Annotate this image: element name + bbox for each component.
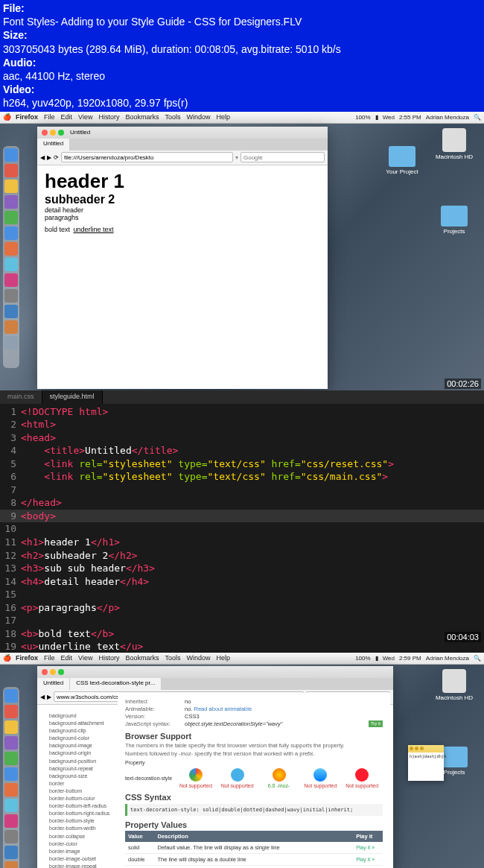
page-h1: header 1 xyxy=(45,170,320,193)
dock[interactable] xyxy=(3,687,19,869)
stickies-window[interactable]: hjashjdashjdhjk xyxy=(408,745,444,781)
file-info-header: File: Font Styles- Adding to your Style … xyxy=(0,0,484,112)
browser-tab-css[interactable]: CSS text-decoration-style pr... xyxy=(70,678,162,690)
search-icon[interactable]: 🔍 xyxy=(474,114,481,121)
close-button[interactable] xyxy=(42,130,48,136)
window-title: Untitled xyxy=(70,129,90,136)
sidebar-item[interactable]: border-bottom-left-radius xyxy=(49,802,110,810)
animatable-link[interactable]: Read about animatable xyxy=(194,706,252,712)
minimize-button[interactable] xyxy=(50,130,56,136)
sidebar-item[interactable]: background-color xyxy=(49,735,110,742)
timestamp: 00:02:26 xyxy=(445,378,481,389)
browser-support-heading: Browser Support xyxy=(125,732,383,741)
cssref-sidebar[interactable]: backgroundbackground-attachmentbackgroun… xyxy=(46,709,113,869)
css-syntax-heading: CSS Syntax xyxy=(125,793,383,802)
sidebar-item[interactable]: border-bottom-color xyxy=(49,795,110,802)
tryit-button[interactable]: Try it xyxy=(369,720,383,727)
screenshot-1: 🍎 Firefox File Edit View History Bookmar… xyxy=(0,112,484,390)
timestamp: 00:04:03 xyxy=(445,632,481,642)
sidebar-item[interactable]: border-color xyxy=(49,840,110,847)
table-row: solidDefault value. The line will displa… xyxy=(125,842,383,854)
editor-tab-styleguide[interactable]: styleguide.html xyxy=(42,390,103,404)
forward-button[interactable]: ▶ xyxy=(47,154,51,161)
search-icon[interactable]: 🔍 xyxy=(474,655,481,662)
sidebar-item[interactable]: border-image xyxy=(49,847,110,855)
sidebar-item[interactable]: border-image-repeat xyxy=(49,862,110,868)
battery-icon: ▮ xyxy=(375,655,378,662)
macos-menubar: 🍎 Firefox File Edit View History Bookmar… xyxy=(0,112,484,124)
ie-icon xyxy=(231,768,244,782)
url-bar[interactable] xyxy=(61,152,233,162)
desktop-hd[interactable]: Macintosh HD xyxy=(432,128,477,160)
property-values-table: ValueDescriptionPlay it solidDefault val… xyxy=(125,831,383,869)
apple-icon[interactable]: 🍎 xyxy=(3,113,11,121)
sidebar-item[interactable]: border-bottom-right-radius xyxy=(49,810,110,817)
sidebar-item[interactable]: border-bottom xyxy=(49,787,110,794)
firefox-icon xyxy=(273,768,286,782)
safari-icon xyxy=(313,768,327,782)
sidebar-item[interactable]: background-origin xyxy=(49,750,110,757)
sidebar-item[interactable]: background-image xyxy=(49,742,110,750)
reload-button[interactable]: ⟳ xyxy=(54,154,59,161)
browser-tab-untitled[interactable]: Untitled xyxy=(37,678,70,690)
dock[interactable] xyxy=(3,146,19,368)
sidebar-item[interactable]: background-size xyxy=(49,772,110,779)
firefox-window: Untitled Untitled ◀ ▶ ⟳ ▾ header 1 subhe… xyxy=(37,127,328,389)
page-h2: subheader 2 xyxy=(45,193,320,206)
table-row: doubleThe line will display as a double … xyxy=(125,853,383,865)
sidebar-item[interactable]: border-collapse xyxy=(49,832,110,840)
desktop-folder-projects[interactable]: Projects xyxy=(432,206,477,235)
doc-main: Inherited:no Animatable:no. Read about a… xyxy=(118,693,390,869)
back-button[interactable]: ◀ xyxy=(40,694,45,700)
browser-tab[interactable]: Untitled xyxy=(37,139,70,151)
battery-pct: 100% xyxy=(355,114,370,121)
desktop-hd[interactable]: Macintosh HD xyxy=(432,669,477,701)
sidebar-item[interactable]: background xyxy=(49,712,110,720)
sidebar-item[interactable]: border-bottom-width xyxy=(49,825,110,832)
syntax-code: text-decoration-style: solid|double|dott… xyxy=(125,804,383,816)
screenshot-3: 🍎 Firefox File Edit View History Bookmar… xyxy=(0,653,484,869)
playit-link[interactable]: Play it » xyxy=(353,865,383,868)
macos-menubar: 🍎 Firefox File Edit View History Bookmar… xyxy=(0,653,484,665)
sidebar-item[interactable]: background-clip xyxy=(49,727,110,735)
back-button[interactable]: ◀ xyxy=(40,154,45,161)
apple-icon[interactable]: 🍎 xyxy=(3,654,11,662)
chrome-icon xyxy=(189,768,203,782)
page-content: header 1 subheader 2 detail header parag… xyxy=(37,165,328,389)
property-values-heading: Property Values xyxy=(125,820,383,829)
code-editor: main.css styleguide.html 1<!DOCTYPE html… xyxy=(0,390,484,653)
sidebar-item[interactable]: background-repeat xyxy=(49,764,110,772)
desktop-folder-yourproject[interactable]: Your Project xyxy=(380,146,424,175)
app-name[interactable]: Firefox xyxy=(16,113,38,121)
opera-icon xyxy=(355,768,369,782)
sidebar-item[interactable]: background-position xyxy=(49,757,110,764)
playit-link[interactable]: Play it » xyxy=(353,842,383,854)
search-bar[interactable] xyxy=(241,152,325,162)
table-row: dottedThe line will display as a dotted … xyxy=(125,865,383,868)
editor-tab-maincss[interactable]: main.css xyxy=(0,390,42,404)
sidebar-item[interactable]: background-attachment xyxy=(49,720,110,727)
playit-link[interactable]: Play it » xyxy=(353,853,383,865)
forward-button[interactable]: ▶ xyxy=(47,694,51,700)
battery-icon: ▮ xyxy=(375,114,378,121)
sidebar-item[interactable]: border-bottom-style xyxy=(49,817,110,825)
sidebar-item[interactable]: border xyxy=(49,779,110,787)
sidebar-item[interactable]: border-image-outset xyxy=(49,855,110,862)
zoom-button[interactable] xyxy=(58,130,64,136)
